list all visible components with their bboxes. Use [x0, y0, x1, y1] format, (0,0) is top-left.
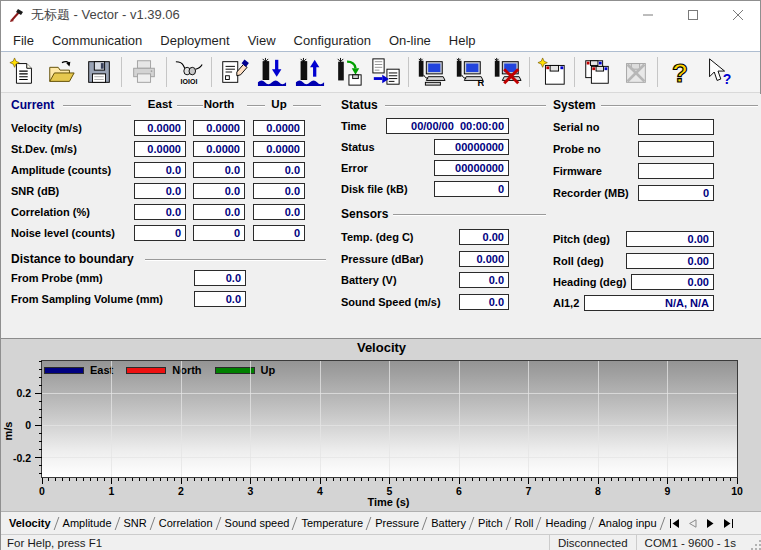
tab-pitch[interactable]: Pitch — [472, 513, 508, 534]
record-to-disk-button[interactable] — [329, 54, 367, 90]
convert-data-button[interactable] — [367, 54, 405, 90]
maximize-button[interactable] — [670, 1, 715, 29]
window-controls — [625, 1, 760, 29]
amplitude-east-value: 0.0 — [134, 162, 186, 178]
tab-snr[interactable]: SNR — [118, 513, 153, 534]
x-axis-ticks — [42, 478, 737, 485]
temp-label: Temp. (deg C) — [341, 231, 414, 243]
data-panel: Current East North Up Velocity (m/s) 0.0… — [1, 94, 761, 338]
retrieve-data-button[interactable] — [291, 54, 329, 90]
next-tab-icon — [706, 519, 715, 528]
application-window: 无标题 - Vector - v1.39.06 File Communicati… — [0, 0, 761, 550]
menu-file[interactable]: File — [4, 31, 43, 50]
tab-scroll-first-button[interactable] — [667, 515, 683, 531]
from-probe-label: From Probe (mm) — [11, 272, 103, 284]
svg-text:?: ? — [672, 58, 688, 87]
window-title: 无标题 - Vector - v1.39.06 — [31, 6, 180, 24]
go-online-button[interactable] — [412, 54, 450, 90]
current-col-up: Up — [253, 98, 305, 110]
minimize-button[interactable] — [625, 1, 670, 29]
current-group-title: Current — [11, 98, 54, 112]
open-file-button[interactable] — [42, 54, 80, 90]
start-deployment-button[interactable] — [253, 54, 291, 90]
tab-pressure[interactable]: Pressure — [369, 513, 425, 534]
tab-scroll-next-button[interactable] — [703, 515, 719, 531]
distance-group-title: Distance to boundary — [11, 252, 134, 266]
chart-title: Velocity — [1, 340, 761, 355]
go-online-icon — [416, 57, 446, 87]
tab-temperature[interactable]: Temperature — [295, 513, 369, 534]
tab-correlation[interactable]: Correlation — [153, 513, 219, 534]
new-file-icon — [8, 57, 38, 87]
start-measurement-button[interactable] — [215, 54, 253, 90]
probe-no-value — [638, 141, 714, 157]
print-icon — [129, 57, 159, 87]
tab-analog-inputs[interactable]: Analog inpu — [592, 513, 662, 534]
statusbar-com-port: COM1 - 9600 - 1s — [636, 535, 744, 550]
divider — [601, 105, 758, 106]
correlation-north-value: 0.0 — [193, 204, 245, 220]
retrieve-recorder-data-button[interactable] — [578, 54, 616, 90]
new-file-button[interactable] — [4, 54, 42, 90]
resize-grip[interactable] — [744, 535, 761, 550]
tab-roll[interactable]: Roll — [509, 513, 540, 534]
go-online-record-button[interactable]: R — [450, 54, 488, 90]
terminal-button[interactable]: IOIOI — [170, 54, 208, 90]
divider — [293, 105, 321, 106]
tab-scroll-previous-button[interactable] — [685, 515, 701, 531]
tab-velocity[interactable]: Velocity — [3, 513, 57, 534]
plot-area: East North Up — [41, 360, 738, 478]
current-col-north: North — [193, 98, 245, 110]
tab-scroll-last-button[interactable] — [721, 515, 737, 531]
snr-label: SNR (dB) — [11, 185, 59, 197]
chart-x-axis-title: Time (s) — [41, 496, 736, 508]
menu-configuration[interactable]: Configuration — [285, 31, 380, 50]
erase-recorder-button[interactable] — [616, 54, 654, 90]
menu-view[interactable]: View — [239, 31, 285, 50]
toolbar-separator — [166, 57, 167, 87]
go-offline-button[interactable] — [488, 54, 526, 90]
tab-heading[interactable]: Heading — [539, 513, 592, 534]
amplitude-north-value: 0.0 — [193, 162, 245, 178]
heading-label: Heading (deg) — [553, 276, 626, 288]
menu-communication[interactable]: Communication — [43, 31, 151, 50]
tab-scroll-buttons — [667, 515, 737, 531]
divider — [385, 105, 546, 106]
divider — [63, 105, 131, 106]
battery-label: Battery (V) — [341, 274, 397, 286]
tab-sound-speed[interactable]: Sound speed — [219, 513, 296, 534]
temp-value: 0.00 — [459, 229, 509, 245]
sound-speed-value: 0.0 — [459, 294, 509, 310]
legend-swatch-up — [215, 367, 255, 374]
save-file-button[interactable] — [80, 54, 118, 90]
menu-online[interactable]: On-line — [380, 31, 440, 50]
tab-battery[interactable]: Battery — [425, 513, 472, 534]
from-sampling-volume-value: 0.0 — [194, 291, 246, 307]
tab-amplitude[interactable]: Amplitude — [57, 513, 118, 534]
stdev-label: St.Dev. (m/s) — [11, 143, 77, 155]
pitch-value: 0.00 — [626, 231, 714, 247]
title-bar: 无标题 - Vector - v1.39.06 — [1, 1, 760, 29]
close-icon — [733, 10, 743, 20]
toolbar-separator — [408, 57, 409, 87]
last-tab-icon — [723, 519, 734, 528]
menu-help[interactable]: Help — [440, 31, 485, 50]
print-button[interactable] — [125, 54, 163, 90]
legend-label-east: East — [90, 364, 113, 376]
error-value: 00000000 — [434, 160, 509, 176]
help-button[interactable]: ? — [661, 54, 699, 90]
context-help-button[interactable]: ? — [699, 54, 737, 90]
menu-deployment[interactable]: Deployment — [151, 31, 238, 50]
status-label: Status — [341, 141, 375, 153]
new-recorder-file-button[interactable] — [533, 54, 571, 90]
start-measurement-icon — [219, 57, 249, 87]
context-help-icon: ? — [703, 57, 733, 87]
legend-swatch-north — [126, 367, 166, 374]
go-online-record-icon: R — [454, 57, 484, 87]
record-to-disk-icon — [333, 57, 363, 87]
snr-north-value: 0.0 — [193, 183, 245, 199]
close-button[interactable] — [715, 1, 760, 29]
save-file-icon — [84, 57, 114, 87]
legend-label-up: Up — [261, 364, 276, 376]
app-icon — [9, 7, 25, 23]
